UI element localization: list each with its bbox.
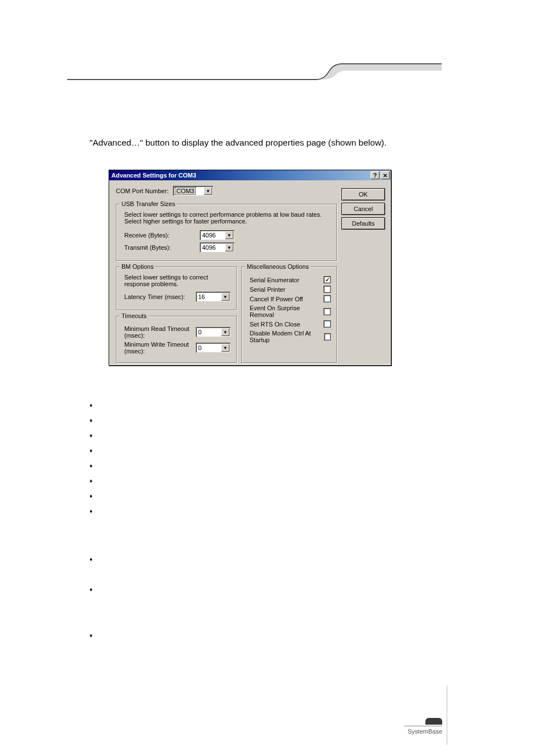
misc-option-row: Cancel If Power Off bbox=[250, 295, 331, 302]
footer-rule bbox=[404, 726, 442, 726]
latency-value: 16 bbox=[198, 293, 205, 300]
usb-transfer-group: Select lower settings to correct perform… bbox=[116, 204, 337, 261]
transmit-label: Transmit (Bytes): bbox=[124, 244, 200, 251]
footer-brand: SystemBase bbox=[404, 728, 442, 735]
receive-label: Receive (Bytes): bbox=[124, 232, 200, 239]
misc-option-checkbox[interactable] bbox=[324, 308, 331, 315]
min-read-select[interactable]: 0 ▼ bbox=[196, 327, 231, 337]
close-button[interactable]: ✕ bbox=[381, 171, 390, 179]
min-write-label: Minimum Write Timeout (msec): bbox=[124, 341, 196, 354]
misc-option-row: Event On Surprise Removal bbox=[250, 305, 331, 318]
chevron-down-icon: ▼ bbox=[225, 231, 233, 239]
usb-hint2: Select higher settings for faster perfor… bbox=[124, 218, 331, 225]
timeouts-group: Minimum Read Timeout (msec): 0 ▼ Minimum… bbox=[116, 316, 237, 363]
misc-option-checkbox[interactable] bbox=[324, 295, 331, 302]
chevron-down-icon: ▼ bbox=[204, 187, 212, 195]
misc-option-row: Serial Printer bbox=[250, 286, 331, 293]
misc-option-label: Event On Surprise Removal bbox=[250, 305, 324, 318]
ok-button[interactable]: OK bbox=[341, 188, 385, 200]
transmit-select[interactable]: 4096 ▼ bbox=[200, 242, 235, 253]
misc-options-group: Serial Enumerator✓Serial PrinterCancel I… bbox=[241, 267, 337, 363]
bullet-list-1 bbox=[90, 402, 91, 523]
bm-hint: Select lower settings to correct respons… bbox=[124, 274, 231, 287]
chevron-down-icon: ▼ bbox=[221, 293, 229, 301]
misc-option-checkbox[interactable]: ✓ bbox=[324, 276, 331, 283]
misc-option-row: Serial Enumerator✓ bbox=[250, 276, 331, 283]
intro-text: "Advanced…" button to display the advanc… bbox=[90, 138, 387, 148]
com-port-label: COM Port Number: bbox=[116, 188, 168, 194]
misc-option-row: Disable Modem Ctrl At Startup bbox=[250, 330, 331, 343]
misc-option-label: Cancel If Power Off bbox=[250, 296, 303, 302]
min-read-value: 0 bbox=[198, 329, 202, 335]
misc-option-checkbox[interactable] bbox=[324, 286, 331, 293]
misc-option-label: Serial Enumerator bbox=[250, 277, 299, 283]
min-write-value: 0 bbox=[198, 344, 202, 351]
bullet-list-2 bbox=[90, 556, 91, 617]
misc-option-label: Set RTS On Close bbox=[250, 321, 300, 328]
page-number-tab bbox=[425, 718, 442, 725]
page-footer: SystemBase bbox=[404, 718, 442, 735]
chevron-down-icon: ▼ bbox=[221, 344, 229, 352]
bullet-list-3 bbox=[90, 632, 91, 638]
com-port-select[interactable]: COM3 ▼ bbox=[173, 186, 213, 196]
transmit-value: 4096 bbox=[202, 244, 216, 251]
misc-option-row: Set RTS On Close bbox=[250, 320, 331, 328]
receive-value: 4096 bbox=[202, 232, 216, 239]
header-divider bbox=[67, 63, 442, 81]
footer-vertical-rule bbox=[447, 685, 447, 745]
chevron-down-icon: ▼ bbox=[225, 244, 233, 251]
receive-select[interactable]: 4096 ▼ bbox=[200, 230, 235, 240]
latency-label: Latency Timer (msec): bbox=[124, 293, 196, 300]
dialog-titlebar: Advanced Settings for COM3 ? ✕ bbox=[109, 170, 391, 180]
misc-option-checkbox[interactable] bbox=[324, 320, 331, 328]
usb-hint1: Select lower settings to correct perform… bbox=[124, 211, 331, 218]
dialog-title: Advanced Settings for COM3 bbox=[111, 172, 196, 179]
min-write-select[interactable]: 0 ▼ bbox=[196, 343, 231, 353]
min-read-label: Minimum Read Timeout (msec): bbox=[124, 325, 196, 339]
misc-option-checkbox[interactable] bbox=[324, 333, 331, 340]
advanced-settings-dialog: Advanced Settings for COM3 ? ✕ COM Port … bbox=[109, 170, 391, 366]
misc-option-label: Serial Printer bbox=[250, 286, 285, 293]
defaults-button[interactable]: Defaults bbox=[341, 217, 385, 230]
cancel-button[interactable]: Cancel bbox=[341, 203, 385, 215]
bm-options-group: Select lower settings to correct respons… bbox=[116, 267, 237, 310]
help-button[interactable]: ? bbox=[371, 171, 380, 179]
com-port-value: COM3 bbox=[175, 188, 195, 194]
misc-option-label: Disable Modem Ctrl At Startup bbox=[250, 330, 324, 343]
latency-select[interactable]: 16 ▼ bbox=[196, 292, 231, 302]
chevron-down-icon: ▼ bbox=[221, 328, 229, 336]
